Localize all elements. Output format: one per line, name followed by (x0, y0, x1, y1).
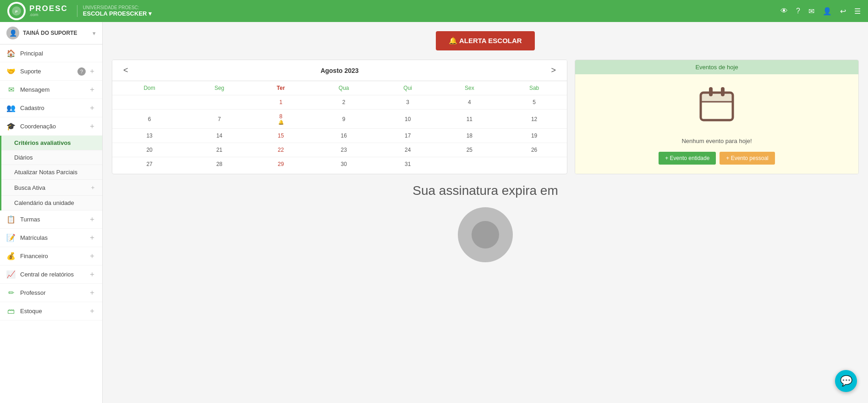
submenu-atualizar-notas[interactable]: Atualizar Notas Parciais (1, 165, 102, 180)
events-header: Eventos de hoje (575, 60, 858, 74)
calendar-big-icon (696, 83, 737, 132)
chat-fab-button[interactable]: 💬 (835, 370, 857, 392)
top-bar-left: P PROESC .com UNIVERSIDADE PROESC: ESCOL… (7, 2, 152, 20)
sidebar-label-matriculas: Matrículas (20, 234, 48, 241)
avatar-inner (472, 221, 499, 248)
calendar-nav: < Agosto 2023 > (112, 60, 567, 81)
content-area: 🔔 ALERTA ESCOLAR < Agosto 2023 > Dom Seg… (103, 22, 868, 403)
school-name[interactable]: ESCOLA PROESCKER ▾ (83, 10, 152, 17)
eye-icon[interactable]: 👁 (780, 7, 788, 15)
main-layout: 👤 TAINÁ DO SUPORTE ▾ 🏠 Principal 🤝 Supor… (0, 22, 868, 403)
mensagem-icon: ✉ (6, 85, 16, 94)
svg-rect-4 (701, 93, 733, 102)
user-name: TAINÁ DO SUPORTE (23, 30, 77, 36)
add-entity-event-button[interactable]: + Evento entidade (659, 152, 716, 165)
avatar-placeholder (458, 207, 513, 262)
university-label: UNIVERSIDADE PROESC: (83, 5, 152, 10)
sidebar-item-financeiro[interactable]: 💰 Financeiro ＋ (0, 247, 102, 265)
avatar: 👤 (6, 27, 19, 39)
calendar-table: Dom Seg Ter Qua Qui Sex Sab (112, 81, 567, 171)
logo-area: P PROESC .com (7, 2, 68, 20)
estoque-icon: 🗃 (6, 307, 16, 316)
professor-icon: ✏ (6, 288, 16, 298)
table-row: 13 14 15 16 17 18 19 (112, 129, 567, 143)
sidebar-label-suporte: Suporte (20, 68, 41, 75)
calendar-title: Agosto 2023 (132, 67, 548, 74)
sidebar-item-relatorios[interactable]: 📈 Central de relatórios ＋ (0, 265, 102, 284)
alert-btn-row: 🔔 ALERTA ESCOLAR (112, 31, 859, 50)
no-event-text: Nenhum evento para hoje! (681, 138, 752, 144)
svg-rect-7 (721, 87, 725, 96)
financeiro-icon: 💰 (6, 252, 16, 261)
cal-header-sab: Sab (501, 81, 567, 95)
table-row: 6 7 8🔔 9 10 11 12 (112, 110, 567, 129)
cal-header-ter: Ter (252, 81, 309, 95)
sidebar-item-coordenacao[interactable]: 🎓 Coordenação ＋ (0, 117, 102, 136)
sidebar-item-matriculas[interactable]: 📝 Matrículas ＋ (0, 229, 102, 247)
user-dropdown-arrow[interactable]: ▾ (93, 30, 96, 37)
sidebar-label-professor: Professor (20, 289, 46, 296)
matriculas-plus[interactable]: ＋ (88, 233, 96, 243)
logo-circle: P (7, 2, 26, 20)
cal-header-sex: Sex (438, 81, 502, 95)
cadastro-plus[interactable]: ＋ (88, 103, 96, 113)
submenu-criterios[interactable]: Critérios avaliativos (1, 136, 102, 150)
suporte-plus[interactable]: ＋ (88, 66, 96, 76)
top-bar-right: 👁 ? ✉ 👤 ↩ ☰ (780, 7, 861, 16)
events-body: Nenhum evento para hoje! + Evento entida… (575, 74, 858, 174)
sidebar-item-suporte[interactable]: 🤝 Suporte ? ＋ (0, 62, 102, 81)
relatorios-plus[interactable]: ＋ (88, 270, 96, 279)
user-bar[interactable]: 👤 TAINÁ DO SUPORTE ▾ (0, 22, 102, 44)
table-row: 1 2 3 4 5 (112, 95, 567, 110)
sidebar-label-relatorios: Central de relatórios (20, 271, 74, 278)
calendar-prev-button[interactable]: < (120, 65, 132, 76)
financeiro-plus[interactable]: ＋ (88, 251, 96, 261)
school-info: UNIVERSIDADE PROESC: ESCOLA PROESCKER ▾ (77, 5, 152, 17)
home-icon: 🏠 (6, 49, 16, 58)
sidebar-item-turmas[interactable]: 📋 Turmas ＋ (0, 210, 102, 229)
calendar-box: < Agosto 2023 > Dom Seg Ter Qua Qui Sex (112, 60, 567, 174)
submenu-diarios[interactable]: Diários (1, 150, 102, 165)
top-bar: P PROESC .com UNIVERSIDADE PROESC: ESCOL… (0, 0, 868, 22)
table-row: 27 28 29 30 31 (112, 157, 567, 171)
sidebar-item-principal[interactable]: 🏠 Principal (0, 44, 102, 62)
svg-text:P: P (15, 10, 18, 14)
help-icon[interactable]: ? (796, 7, 800, 15)
submenu-busca-ativa[interactable]: Busca Ativa ＋ (1, 180, 102, 196)
mensagem-plus[interactable]: ＋ (88, 85, 96, 94)
turmas-icon: 📋 (6, 215, 16, 224)
menu-icon[interactable]: ☰ (854, 7, 861, 16)
events-btns: + Evento entidade + Evento pessoal (659, 152, 775, 165)
sidebar-item-cadastro[interactable]: 👥 Cadastro ＋ (0, 99, 102, 117)
busca-ativa-plus[interactable]: ＋ (90, 183, 96, 192)
cal-header-seg: Seg (187, 81, 252, 95)
sidebar-item-estoque[interactable]: 🗃 Estoque ＋ (0, 302, 102, 320)
subscription-text: Sua assinatura expira em (112, 183, 859, 198)
user-bar-left: 👤 TAINÁ DO SUPORTE (6, 27, 77, 39)
turmas-plus[interactable]: ＋ (88, 215, 96, 224)
chat-icon: 💬 (840, 375, 852, 387)
coordenacao-icon: 🎓 (6, 122, 16, 131)
sidebar-label-coordenacao: Coordenação (20, 123, 56, 130)
sidebar-item-professor[interactable]: ✏ Professor ＋ (0, 284, 102, 302)
submenu-calendario[interactable]: Calendário da unidade (1, 196, 102, 210)
calendar-next-button[interactable]: > (547, 65, 560, 76)
logo-sub: .com (29, 13, 68, 17)
mail-icon[interactable]: ✉ (808, 7, 814, 16)
add-personal-event-button[interactable]: + Evento pessoal (720, 152, 775, 165)
bell-icon: 🔔 (254, 120, 308, 125)
sidebar-label-turmas: Turmas (20, 216, 40, 223)
estoque-plus[interactable]: ＋ (88, 306, 96, 316)
alert-escolar-button[interactable]: 🔔 ALERTA ESCOLAR (436, 31, 534, 50)
professor-plus[interactable]: ＋ (88, 288, 96, 298)
suporte-help-icon[interactable]: ? (77, 67, 86, 76)
sidebar-label-estoque: Estoque (20, 308, 42, 315)
user-icon[interactable]: 👤 (823, 7, 832, 16)
suporte-icon: 🤝 (6, 67, 16, 76)
calendar-events-row: < Agosto 2023 > Dom Seg Ter Qua Qui Sex (112, 60, 859, 174)
logout-icon[interactable]: ↩ (840, 7, 846, 16)
matriculas-icon: 📝 (6, 233, 16, 243)
relatorios-icon: 📈 (6, 270, 16, 279)
sidebar-item-mensagem[interactable]: ✉ Mensagem ＋ (0, 81, 102, 99)
coordenacao-plus[interactable]: ＋ (88, 121, 96, 131)
